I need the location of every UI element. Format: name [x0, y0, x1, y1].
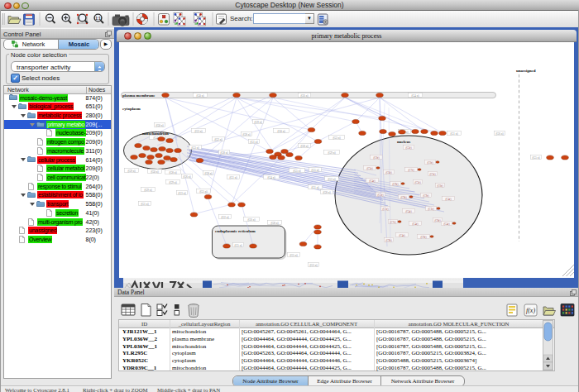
svg-text:(C9r): (C9r) — [420, 236, 426, 239]
svg-text:(G8 n): (G8 n) — [169, 171, 177, 174]
svg-text:(C9r): (C9r) — [423, 194, 428, 198]
svg-text:(G1 n): (G1 n) — [311, 186, 319, 189]
svg-text:(C5r): (C5r) — [366, 167, 372, 170]
svg-text:(C4r): (C4r) — [399, 234, 404, 237]
svg-text:(C2r): (C2r) — [405, 146, 411, 150]
svg-text:(G5 n): (G5 n) — [290, 254, 298, 257]
svg-text:(C2r): (C2r) — [414, 181, 420, 184]
svg-text:(G3 n): (G3 n) — [194, 130, 203, 133]
svg-text:(G2 n): (G2 n) — [221, 216, 229, 219]
svg-text:(C4r): (C4r) — [412, 222, 418, 226]
svg-text:(C4r): (C4r) — [369, 179, 375, 183]
svg-text:(G3 n): (G3 n) — [309, 264, 318, 267]
svg-text:cytoplasm: cytoplasm — [122, 107, 141, 111]
svg-text:(C7r): (C7r) — [408, 169, 414, 172]
svg-text:(G0 n): (G0 n) — [196, 94, 204, 98]
svg-text:(G9 n): (G9 n) — [127, 170, 136, 173]
svg-text:nucleus: nucleus — [397, 140, 410, 144]
svg-text:(G2 n): (G2 n) — [214, 138, 223, 141]
svg-text:(G3 n): (G3 n) — [191, 146, 199, 150]
svg-text:(C8r): (C8r) — [434, 219, 440, 222]
svg-text:(C2r): (C2r) — [377, 194, 383, 197]
svg-text:endoplasmic reticulum: endoplasmic reticulum — [215, 229, 256, 233]
svg-text:unassigned: unassigned — [516, 69, 536, 73]
svg-text:(G1 n): (G1 n) — [450, 132, 458, 136]
svg-text:(C9r): (C9r) — [392, 183, 398, 186]
svg-text:(G3 n): (G3 n) — [328, 178, 336, 181]
svg-text:(C7r): (C7r) — [390, 221, 395, 224]
svg-text:(G6 n): (G6 n) — [247, 218, 256, 222]
svg-text:(G1 n): (G1 n) — [199, 190, 208, 194]
svg-text:(G1 n): (G1 n) — [141, 203, 149, 206]
svg-text:(C0r): (C0r) — [373, 156, 379, 160]
svg-text:(G9 n): (G9 n) — [169, 181, 177, 184]
svg-text:(G8 n): (G8 n) — [323, 191, 331, 194]
svg-text:(G8 n): (G8 n) — [242, 133, 251, 136]
svg-text:(G4 n): (G4 n) — [411, 94, 419, 98]
svg-text:(G6 n): (G6 n) — [183, 175, 191, 179]
svg-text:(G1 n): (G1 n) — [250, 141, 258, 144]
svg-text:plasma membrane: plasma membrane — [122, 93, 156, 98]
svg-text:(G8 n): (G8 n) — [270, 222, 279, 225]
svg-text:(G9 n): (G9 n) — [254, 121, 262, 124]
svg-text:(C9r): (C9r) — [400, 196, 406, 199]
svg-text:(C0r): (C0r) — [427, 161, 433, 165]
svg-text:(C9r): (C9r) — [385, 239, 391, 242]
svg-text:(G9 n): (G9 n) — [328, 151, 336, 155]
svg-text:1:1: 1:1 — [95, 17, 101, 21]
svg-text:(G8 n): (G8 n) — [204, 172, 213, 175]
svg-text:(G0 n): (G0 n) — [151, 170, 159, 174]
svg-text:(G4 n): (G4 n) — [267, 176, 275, 179]
svg-text:(G8 n): (G8 n) — [220, 151, 228, 155]
svg-text:(G0 n): (G0 n) — [277, 130, 285, 133]
svg-text:(C4r): (C4r) — [405, 210, 411, 213]
svg-text:(C4r): (C4r) — [445, 198, 451, 201]
svg-text:(C3r): (C3r) — [429, 173, 435, 176]
svg-text:(C1r): (C1r) — [428, 208, 433, 211]
svg-text:(G5 n): (G5 n) — [234, 244, 242, 247]
svg-text:f(x): f(x) — [526, 307, 535, 314]
svg-text:(C0r): (C0r) — [437, 184, 443, 188]
svg-text:(G8 n): (G8 n) — [300, 145, 309, 148]
svg-text:(G5 n): (G5 n) — [293, 170, 301, 173]
svg-text:(C1r): (C1r) — [382, 208, 388, 211]
svg-text:(C6r): (C6r) — [385, 171, 391, 174]
svg-text:(G6 n): (G6 n) — [300, 94, 309, 98]
svg-text:(G0 n): (G0 n) — [156, 124, 164, 127]
svg-text:(G3 n): (G3 n) — [178, 192, 186, 195]
svg-text:(G6 n): (G6 n) — [495, 132, 504, 136]
svg-text:(G5 n): (G5 n) — [532, 156, 540, 160]
svg-text:(G1 n): (G1 n) — [229, 176, 237, 179]
svg-text:(G9 n): (G9 n) — [144, 189, 152, 192]
svg-text:(G5 n): (G5 n) — [311, 169, 319, 172]
svg-text:mitochondrion: mitochondrion — [142, 131, 169, 136]
svg-text:(C4r): (C4r) — [443, 222, 449, 226]
svg-text:(G3 n): (G3 n) — [333, 136, 341, 140]
